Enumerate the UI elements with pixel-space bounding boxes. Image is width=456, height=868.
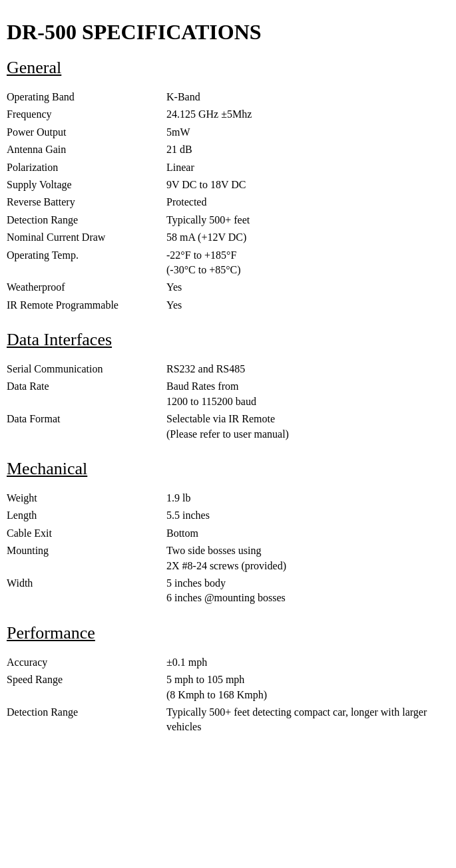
spec-label: Data Format [7,410,166,443]
spec-value: 5mW [166,124,443,141]
table-row: IR Remote ProgrammableYes [7,297,443,314]
spec-value: 24.125 GHz ±5Mhz [166,106,443,123]
spec-value: 1.9 lb [166,490,443,507]
table-row: Speed Range5 mph to 105 mph(8 Kmph to 16… [7,671,443,704]
section-title-general: General [7,58,443,78]
spec-value: 21 dB [166,141,443,158]
spec-value: Typically 500+ feet [166,212,443,229]
spec-label: Cable Exit [7,525,166,542]
section-title-performance: Performance [7,623,443,643]
spec-label: Antenna Gain [7,141,166,158]
spec-value: 9V DC to 18V DC [166,176,443,194]
spec-label: Weatherproof [7,279,166,296]
section-title-data-interfaces: Data Interfaces [7,330,443,350]
table-row: Supply Voltage9V DC to 18V DC [7,176,443,194]
table-row: Detection RangeTypically 500+ feet [7,212,443,229]
spec-value: Typically 500+ feet detecting compact ca… [166,704,443,736]
table-row: Weight1.9 lb [7,490,443,507]
table-row: MountingTwo side bosses using2X #8-24 sc… [7,542,443,575]
table-row: Cable ExitBottom [7,525,443,542]
spec-label: Length [7,507,166,524]
section-general: GeneralOperating BandK-BandFrequency24.1… [7,58,443,314]
table-row: Antenna Gain21 dB [7,141,443,158]
spec-value: K-Band [166,88,443,106]
spec-value: Linear [166,159,443,176]
spec-label: Power Output [7,124,166,141]
spec-label: Width [7,575,166,607]
spec-label: Operating Temp. [7,247,166,279]
table-row: Detection RangeTypically 500+ feet detec… [7,704,443,736]
table-row: Length5.5 inches [7,507,443,524]
spec-label: Mounting [7,542,166,575]
table-row: Nominal Current Draw58 mA (+12V DC) [7,229,443,246]
spec-label: IR Remote Programmable [7,297,166,314]
spec-value: Protected [166,194,443,211]
spec-value: -22°F to +185°F(-30°C to +85°C) [166,247,443,279]
table-row: WeatherproofYes [7,279,443,296]
spec-label: Operating Band [7,88,166,106]
spec-value: 5.5 inches [166,507,443,524]
table-row: PolarizationLinear [7,159,443,176]
spec-value: Yes [166,279,443,296]
table-row: Operating Temp.-22°F to +185°F(-30°C to … [7,247,443,279]
section-data-interfaces: Data InterfacesSerial CommunicationRS232… [7,330,443,443]
spec-label: Supply Voltage [7,176,166,194]
spec-table-data-interfaces: Serial CommunicationRS232 and RS485Data … [7,361,443,443]
page-title: DR-500 SPECIFICATIONS [7,20,443,45]
section-title-mechanical: Mechanical [7,459,443,479]
spec-value: Bottom [166,525,443,542]
spec-label: Data Rate [7,378,166,410]
spec-label: Polarization [7,159,166,176]
spec-value: 5 mph to 105 mph(8 Kmph to 168 Kmph) [166,671,443,704]
spec-label: Accuracy [7,654,166,671]
section-performance: PerformanceAccuracy±0.1 mphSpeed Range5 … [7,623,443,736]
spec-value: Selectable via IR Remote(Please refer to… [166,410,443,443]
spec-table-mechanical: Weight1.9 lbLength5.5 inchesCable ExitBo… [7,490,443,607]
table-row: Width5 inches body6 inches @mounting bos… [7,575,443,607]
spec-label: Weight [7,490,166,507]
spec-label: Speed Range [7,671,166,704]
spec-value: RS232 and RS485 [166,361,443,378]
spec-value: Yes [166,297,443,314]
table-row: Data FormatSelectable via IR Remote(Plea… [7,410,443,443]
table-row: Operating BandK-Band [7,88,443,106]
spec-table-performance: Accuracy±0.1 mphSpeed Range5 mph to 105 … [7,654,443,736]
table-row: Serial CommunicationRS232 and RS485 [7,361,443,378]
table-row: Power Output5mW [7,124,443,141]
table-row: Reverse BatteryProtected [7,194,443,211]
spec-label: Reverse Battery [7,194,166,211]
spec-label: Nominal Current Draw [7,229,166,246]
spec-value: 58 mA (+12V DC) [166,229,443,246]
table-row: Accuracy±0.1 mph [7,654,443,671]
spec-value: ±0.1 mph [166,654,443,671]
table-row: Data RateBaud Rates from1200 to 115200 b… [7,378,443,410]
spec-value: Two side bosses using2X #8-24 screws (pr… [166,542,443,575]
spec-label: Detection Range [7,704,166,736]
spec-label: Detection Range [7,212,166,229]
spec-value: Baud Rates from1200 to 115200 baud [166,378,443,410]
spec-table-general: Operating BandK-BandFrequency24.125 GHz … [7,88,443,314]
spec-label: Serial Communication [7,361,166,378]
spec-label: Frequency [7,106,166,123]
section-mechanical: MechanicalWeight1.9 lbLength5.5 inchesCa… [7,459,443,607]
spec-value: 5 inches body6 inches @mounting bosses [166,575,443,607]
table-row: Frequency24.125 GHz ±5Mhz [7,106,443,123]
